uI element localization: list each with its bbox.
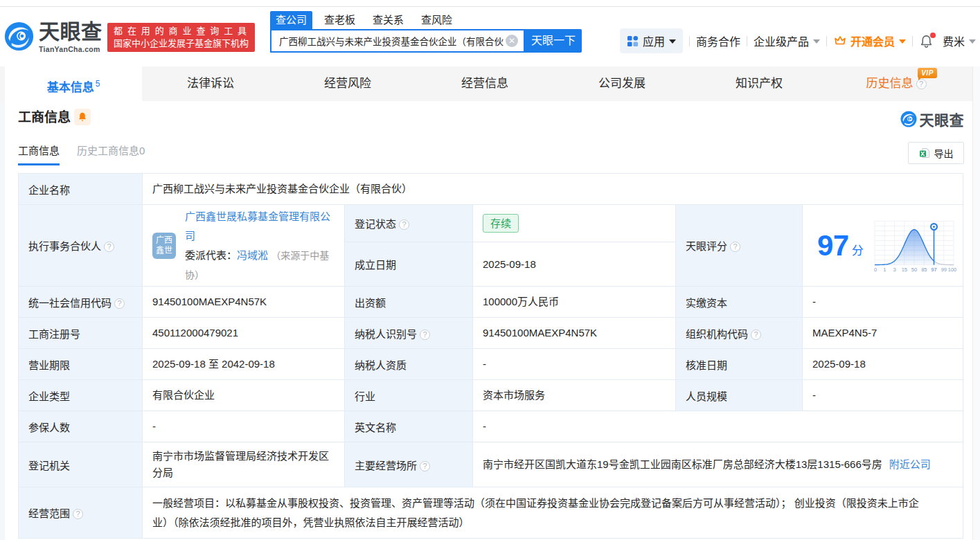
search-box: 广西柳工战兴与未来产业投资基金合伙企业（有限合伙 ✕ 天眼一下 [270, 29, 582, 53]
rep-label: 委派代表： [185, 249, 237, 261]
english-name-value: - [473, 411, 963, 442]
score-number: 97 [817, 231, 849, 260]
search-tab-company[interactable]: 查公司 [270, 11, 312, 29]
taxpayer-id-label-text: 纳税人识别号 [355, 328, 417, 340]
company-name-value: 广西柳工战兴与未来产业投资基金合伙企业（有限合伙） [143, 174, 963, 205]
clear-search-icon[interactable]: ✕ [506, 35, 518, 47]
partner-logo[interactable]: 广西 鑫世 [152, 233, 176, 259]
tab-basic-info-label: 基本信息 [47, 81, 94, 94]
org-code-value: MAEXP4N5-7 [803, 318, 963, 349]
business-address-value: 南宁市经开区国凯大道东19号金凯工业园南区标准厂房总部经济大楼13层1315-6… [473, 442, 963, 487]
table-row: 工商注册号 450112000479021 纳税人识别号? 91450100MA… [19, 318, 963, 349]
reg-status-value: 存续 [473, 205, 676, 242]
menu-divider [747, 36, 747, 46]
business-scope-value: 一般经营项目：以私募基金从事股权投资、投资管理、资产管理等活动（须在中国证券投资… [143, 487, 963, 539]
score-value: 97 分 [803, 205, 963, 287]
business-info-section: 工商信息 天眼查 工商信息 历史工商信息0 导出 [5, 101, 975, 540]
watermark-text: 天眼查 [920, 109, 965, 129]
search-button[interactable]: 天眼一下 [525, 29, 582, 53]
subscribe-bell-button[interactable] [74, 109, 91, 125]
reg-authority-label: 登记机关 [19, 442, 143, 487]
enterprise-products-menu[interactable]: 企业级产品 [754, 33, 820, 49]
logo-domain: TianYanCha.com [39, 45, 103, 53]
top-menu: 应用 商务合作 企业级产品 开通会员 费米 [620, 28, 976, 53]
staff-size-label: 人员规模 [676, 380, 803, 411]
search-tab-boss[interactable]: 查老板 [319, 11, 361, 29]
section-title: 工商信息 [18, 109, 71, 126]
taxpayer-quality-label: 纳税人资质 [345, 349, 473, 380]
apps-menu[interactable]: 应用 [620, 28, 683, 53]
partner-logo-line2: 鑫世 [152, 246, 176, 256]
partner-label: 执行事务合伙人? [19, 205, 143, 287]
business-cooperation-link[interactable]: 商务合作 [696, 33, 740, 49]
rep-name-link[interactable]: 冯域淞 [237, 249, 268, 261]
business-address-text: 南宁市经开区国凯大道东19号金凯工业园南区标准厂房总部经济大楼13层1315-6… [483, 458, 882, 470]
partner-company-link[interactable]: 广西鑫世晟私募基金管理有限公司 [185, 210, 330, 242]
user-menu[interactable]: 费米 [943, 33, 976, 49]
search-tab-risk[interactable]: 查风险 [416, 11, 458, 29]
nearby-companies-link[interactable]: 附近公司 [889, 458, 931, 470]
capital-value: 100000万人民币 [473, 287, 676, 318]
tab-intellectual-property[interactable]: 知识产权 [691, 66, 828, 101]
search-tab-relation[interactable]: 查关系 [367, 11, 409, 29]
reg-number-label: 工商注册号 [19, 318, 143, 349]
taxpayer-quality-value: - [473, 349, 676, 380]
english-name-label: 英文名称 [345, 411, 473, 442]
tab-history-info[interactable]: 历史信息? VIP [828, 66, 965, 101]
establish-date-label: 成立日期 [345, 242, 473, 287]
subtab-history-business-info[interactable]: 历史工商信息0 [77, 143, 145, 165]
business-scope-label-text: 经营范围 [28, 507, 70, 519]
menu-divider [689, 36, 690, 46]
scrollbar[interactable] [972, 66, 980, 540]
tick-15: 15 [901, 267, 907, 273]
business-scope-help-icon[interactable]: ? [73, 509, 83, 519]
notifications-bell[interactable] [919, 34, 934, 48]
export-button[interactable]: 导出 [908, 142, 964, 164]
business-info-table: 企业名称 广西柳工战兴与未来产业投资基金合伙企业（有限合伙） 执行事务合伙人? … [18, 173, 963, 539]
history-help-icon[interactable]: ? [916, 79, 927, 89]
header-divider [0, 6, 980, 7]
tianyancha-logo[interactable]: 天眼查 TianYanCha.com [4, 21, 103, 53]
enterprise-caret-icon [813, 39, 820, 44]
tab-legal-proceedings[interactable]: 法律诉讼 [142, 66, 279, 101]
score-help-icon[interactable]: ? [730, 242, 740, 252]
table-row: 参保人数 - 英文名称 - [19, 411, 963, 442]
partner-label-text: 执行事务合伙人 [28, 240, 101, 252]
partner-value: 广西 鑫世 广西鑫世晟私募基金管理有限公司 委派代表：冯域淞 （来源于中基协） [143, 205, 345, 287]
business-address-label-text: 主要经营场所 [355, 460, 417, 471]
score-label: 天眼评分? [676, 205, 803, 287]
subtab-business-info[interactable]: 工商信息 [18, 143, 60, 165]
partner-logo-line1: 广西 [152, 235, 176, 246]
credit-code-label: 统一社会信用代码? [19, 287, 143, 318]
reg-status-label-text: 登记状态 [355, 218, 396, 230]
export-label: 导出 [934, 146, 954, 160]
taxpayer-id-help-icon[interactable]: ? [420, 330, 430, 340]
watermark-logo: 天眼查 [900, 109, 965, 129]
search-input-value[interactable]: 广西柳工战兴与未来产业投资基金合伙企业（有限合伙 [279, 34, 506, 48]
reg-status-help-icon[interactable]: ? [399, 219, 409, 230]
table-row: 企业类型 有限合伙企业 行业 资本市场服务 人员规模 - [19, 380, 963, 411]
tab-basic-info[interactable]: 基本信息5 [5, 66, 142, 101]
table-row: 营业期限 2025-09-18 至 2042-09-18 纳税人资质 - 核准日… [19, 349, 963, 380]
partner-help-icon[interactable]: ? [104, 242, 114, 252]
apps-grid-icon [627, 35, 639, 47]
crown-icon [833, 34, 847, 48]
tab-operating-risk[interactable]: 经营风险 [279, 66, 416, 101]
credit-code-help-icon[interactable]: ? [114, 298, 125, 309]
org-code-help-icon[interactable]: ? [751, 330, 761, 340]
capital-label: 出资额 [345, 287, 473, 318]
excel-icon [919, 147, 930, 159]
tab-company-development[interactable]: 公司发展 [553, 66, 691, 101]
reg-status-label: 登记状态? [345, 205, 473, 242]
top-header: 天眼查 TianYanCha.com 都在用的商业查询工具 国家中小企业发展子基… [0, 0, 980, 66]
company-name-label: 企业名称 [19, 174, 143, 205]
credit-code-label-text: 统一社会信用代码 [28, 297, 112, 309]
slogan-line2: 国家中小企业发展子基金旗下机构 [114, 37, 249, 49]
vip-badge: VIP [918, 68, 937, 78]
business-address-help-icon[interactable]: ? [420, 461, 430, 471]
tab-business-info[interactable]: 经营信息 [416, 66, 553, 101]
open-vip-menu[interactable]: 开通会员 [833, 33, 906, 49]
search-input[interactable]: 广西柳工战兴与未来产业投资基金合伙企业（有限合伙 ✕ [270, 29, 525, 53]
table-row: 统一社会信用代码? 91450100MAEXP4N57K 出资额 100000万… [19, 287, 963, 318]
company-nav-tabs: 基本信息5 法律诉讼 经营风险 经营信息 公司发展 知识产权 历史信息? VIP [0, 66, 980, 101]
